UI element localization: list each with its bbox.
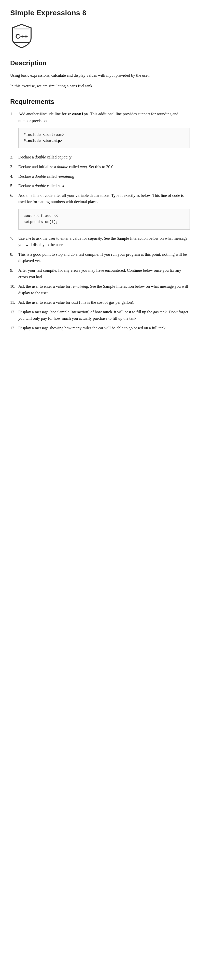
code-block-2: cout << fixed << setprecision(1); [18,209,190,229]
req-content-3: Declare and initialize a double called m… [18,164,190,170]
requirements-heading: Requirements [10,97,190,107]
req-content-9: After your test compile, fix any errors … [18,267,190,280]
list-item: Declare a double called capacity. [10,154,190,161]
req-content-8: This is a good point to stop and do a te… [18,251,190,264]
page-title: Simple Expressions 8 [10,8,190,18]
code-block-1: #include <iostream> #include <iomanip> [18,128,190,149]
iomanip-code: <iomanip> [67,112,88,116]
list-item: Declare a double called cost [10,183,190,189]
list-item: This is a good point to stop and do a te… [10,251,190,264]
description-para-2: In this exercise, we are simulating a ca… [10,83,190,89]
req-content-5: Declare a double called cost [18,183,190,189]
list-item: Display a message showing how many miles… [10,325,190,331]
list-item: Declare a double called remaining [10,173,190,180]
description-heading: Description [10,58,190,68]
svg-text:C++: C++ [15,32,28,40]
req-content-10: Ask the user to enter a value for remain… [18,283,190,296]
list-item: Declare and initialize a double called m… [10,164,190,170]
list-item: Add another #include line for <iomanip>.… [10,111,190,151]
req-content-12: Display a message (see Sample Interactio… [18,309,190,322]
list-item: After your test compile, fix any errors … [10,267,190,280]
req-content-1: Add another #include line for <iomanip>.… [18,111,190,151]
req-content-6: Add this line of code after all your var… [18,192,190,232]
cpp-logo: C++ [10,23,33,49]
req-content-4: Declare a double called remaining [18,173,190,180]
list-item: Ask the user to enter a value for cost (… [10,299,190,306]
requirements-list: Add another #include line for <iomanip>.… [10,111,190,331]
req-content-13: Display a message showing how many miles… [18,325,190,331]
list-item: Display a message (see Sample Interactio… [10,309,190,322]
description-para-1: Using basic expressions, calculate and d… [10,72,190,79]
req-content-7: Use cin to ask the user to enter a value… [18,235,190,248]
list-item: Add this line of code after all your var… [10,192,190,232]
list-item: Ask the user to enter a value for remain… [10,283,190,296]
list-item: Use cin to ask the user to enter a value… [10,235,190,248]
req-content-2: Declare a double called capacity. [18,154,190,161]
logo-container: C++ [10,23,190,51]
req-content-11: Ask the user to enter a value for cost (… [18,299,190,306]
